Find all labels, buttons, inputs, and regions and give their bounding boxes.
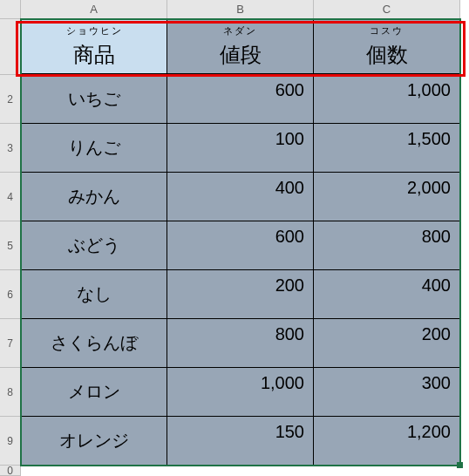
spreadsheet: A B C 2 3 4 5 6 7 8 9 0 ショウヒン 商品 ネダン 値段 …	[0, 0, 469, 476]
cell-product[interactable]: なし	[21, 270, 167, 319]
cell-qty[interactable]: 300	[314, 368, 460, 417]
cell-qty[interactable]: 1,200	[314, 417, 460, 466]
table-row: りんご 100 1,500	[21, 124, 460, 173]
cell-qty[interactable]: 1,000	[314, 75, 460, 124]
row-header-9[interactable]: 9	[0, 417, 21, 466]
select-all-corner[interactable]	[0, 0, 21, 19]
row-header-4[interactable]: 4	[0, 173, 21, 221]
row-header-2[interactable]: 2	[0, 75, 21, 124]
row-header-3[interactable]: 3	[0, 124, 21, 173]
header-row: ショウヒン 商品 ネダン 値段 コスウ 個数	[21, 19, 460, 75]
cell-price[interactable]: 600	[167, 221, 314, 270]
cell-price[interactable]: 1,000	[167, 368, 314, 417]
header-product-ruby: ショウヒン	[66, 24, 123, 37]
header-price-cell[interactable]: ネダン 値段	[167, 19, 314, 75]
header-qty-cell[interactable]: コスウ 個数	[314, 19, 460, 75]
column-header-C[interactable]: C	[314, 0, 460, 19]
header-product-cell[interactable]: ショウヒン 商品	[21, 19, 167, 75]
cell-price[interactable]: 800	[167, 319, 314, 368]
table-row: いちご 600 1,000	[21, 75, 460, 124]
cell-qty[interactable]: 800	[314, 221, 460, 270]
table-row: ぶどう 600 800	[21, 221, 460, 270]
row-header-6[interactable]: 6	[0, 270, 21, 319]
cell-product[interactable]: メロン	[21, 368, 167, 417]
cell-price[interactable]: 150	[167, 417, 314, 466]
table-row: みかん 400 2,000	[21, 173, 460, 221]
row-header-gutter: 2 3 4 5 6 7 8 9 0	[0, 19, 21, 476]
cell-qty[interactable]: 1,500	[314, 124, 460, 173]
cell-price[interactable]: 100	[167, 124, 314, 173]
cell-qty[interactable]: 200	[314, 319, 460, 368]
column-header-B[interactable]: B	[167, 0, 314, 19]
row-header-1[interactable]	[0, 19, 21, 75]
cell-price[interactable]: 600	[167, 75, 314, 124]
header-product-label: 商品	[73, 41, 115, 69]
header-qty-ruby: コスウ	[370, 24, 404, 37]
cell-qty[interactable]: 2,000	[314, 173, 460, 221]
grid: ショウヒン 商品 ネダン 値段 コスウ 個数 いちご 600 1,000 りんご…	[21, 19, 460, 466]
table-row: メロン 1,000 300	[21, 368, 460, 417]
row-header-7[interactable]: 7	[0, 319, 21, 368]
header-price-ruby: ネダン	[223, 24, 257, 37]
header-price-label: 値段	[220, 41, 262, 69]
cell-product[interactable]: りんご	[21, 124, 167, 173]
cell-qty[interactable]: 400	[314, 270, 460, 319]
cell-product[interactable]: いちご	[21, 75, 167, 124]
cell-product[interactable]: みかん	[21, 173, 167, 221]
cell-product[interactable]: オレンジ	[21, 417, 167, 466]
cell-price[interactable]: 200	[167, 270, 314, 319]
column-header-A[interactable]: A	[21, 0, 167, 19]
cell-price[interactable]: 400	[167, 173, 314, 221]
table-row: さくらんぼ 800 200	[21, 319, 460, 368]
cell-product[interactable]: さくらんぼ	[21, 319, 167, 368]
cell-product[interactable]: ぶどう	[21, 221, 167, 270]
table-row: なし 200 400	[21, 270, 460, 319]
row-header-10[interactable]: 0	[0, 466, 21, 476]
column-header-row: A B C	[0, 0, 469, 19]
table-row: オレンジ 150 1,200	[21, 417, 460, 466]
row-header-8[interactable]: 8	[0, 368, 21, 417]
row-header-5[interactable]: 5	[0, 221, 21, 270]
header-qty-label: 個数	[366, 41, 408, 69]
